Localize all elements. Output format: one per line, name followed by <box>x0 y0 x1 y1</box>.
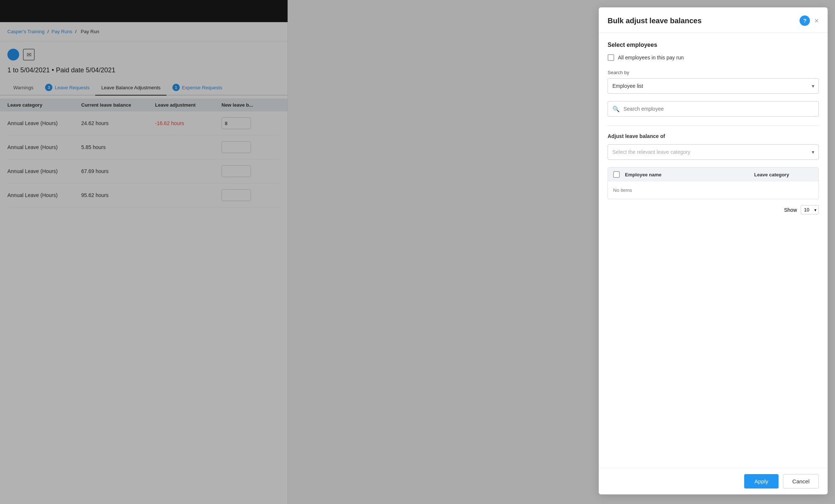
section-divider <box>608 125 819 126</box>
help-icon[interactable]: ? <box>800 15 810 26</box>
leave-category-wrapper: Select the relevant leave category ▾ <box>608 144 819 160</box>
cancel-button[interactable]: Cancel <box>783 474 819 489</box>
results-empty-message: No items <box>608 182 818 199</box>
col-header-leave-category: Leave category <box>754 172 813 177</box>
modal-panel: Bulk adjust leave balances ? × Select em… <box>599 7 828 494</box>
apply-button[interactable]: Apply <box>744 474 779 489</box>
modal-header: Bulk adjust leave balances ? × <box>599 7 828 33</box>
search-by-label: Search by <box>608 70 819 75</box>
all-employees-label: All employees in this pay run <box>618 55 684 61</box>
search-by-wrapper: Employee list ▾ <box>608 78 819 94</box>
modal-header-icons: ? × <box>800 15 819 26</box>
search-icon: 🔍 <box>612 106 620 113</box>
show-select[interactable]: 10 25 50 <box>801 205 819 214</box>
pagination-row: Show 10 25 50 <box>608 205 819 214</box>
results-select-all-checkbox[interactable] <box>613 171 620 178</box>
search-input[interactable] <box>623 106 814 112</box>
col-header-employee-name: Employee name <box>625 172 749 177</box>
modal-title: Bulk adjust leave balances <box>608 17 702 25</box>
search-box: 🔍 <box>608 101 819 117</box>
search-by-select[interactable]: Employee list <box>608 78 819 94</box>
leave-category-select[interactable]: Select the relevant leave category <box>608 144 819 160</box>
show-label: Show <box>784 207 797 213</box>
modal-footer: Apply Cancel <box>599 468 828 494</box>
results-table-header: Employee name Leave category <box>608 168 818 182</box>
adjust-leave-title: Adjust leave balance of <box>608 133 819 139</box>
show-select-wrapper: 10 25 50 <box>801 205 819 214</box>
select-employees-title: Select employees <box>608 42 819 48</box>
close-icon[interactable]: × <box>814 17 819 24</box>
all-employees-checkbox[interactable] <box>608 54 614 61</box>
results-table: Employee name Leave category No items <box>608 167 819 199</box>
modal-body: Select employees All employees in this p… <box>599 33 828 468</box>
all-employees-row: All employees in this pay run <box>608 54 819 61</box>
